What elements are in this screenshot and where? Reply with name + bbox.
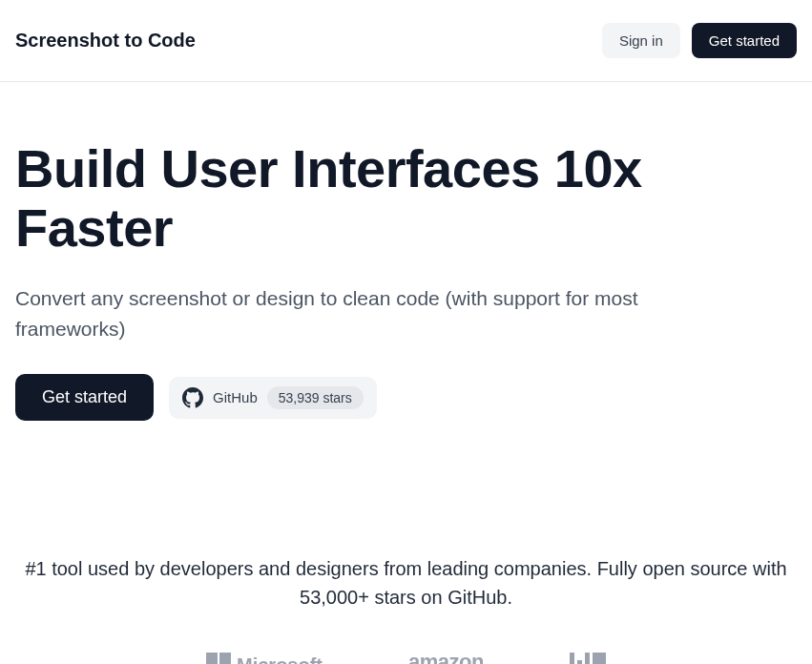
hero-section: Build User Interfaces 10x Faster Convert… bbox=[0, 82, 812, 459]
github-link[interactable]: GitHub 53,939 stars bbox=[169, 377, 377, 419]
microsoft-icon bbox=[206, 653, 231, 664]
header: Screenshot to Code Sign in Get started bbox=[0, 0, 812, 82]
sign-in-button[interactable]: Sign in bbox=[602, 23, 680, 58]
microsoft-text: Microsoft bbox=[237, 654, 323, 664]
company-logos: Microsoft amazon bbox=[15, 650, 797, 664]
amazon-logo: amazon bbox=[408, 650, 484, 664]
get-started-header-button[interactable]: Get started bbox=[692, 23, 797, 58]
brand-title: Screenshot to Code bbox=[15, 30, 196, 52]
get-started-hero-button[interactable]: Get started bbox=[15, 374, 154, 421]
social-proof-section: #1 tool used by developers and designers… bbox=[0, 459, 812, 664]
header-actions: Sign in Get started bbox=[602, 23, 797, 58]
cta-row: Get started GitHub 53,939 stars bbox=[15, 374, 797, 421]
mit-logo bbox=[570, 653, 606, 664]
github-icon bbox=[182, 387, 203, 408]
amazon-text: amazon bbox=[408, 650, 484, 664]
github-stars-badge: 53,939 stars bbox=[267, 386, 364, 409]
social-proof-text: #1 tool used by developers and designers… bbox=[25, 554, 788, 612]
hero-title: Build User Interfaces 10x Faster bbox=[15, 139, 797, 257]
microsoft-logo: Microsoft bbox=[206, 653, 323, 664]
hero-subtitle: Convert any screenshot or design to clea… bbox=[15, 283, 721, 343]
github-label: GitHub bbox=[213, 389, 258, 405]
